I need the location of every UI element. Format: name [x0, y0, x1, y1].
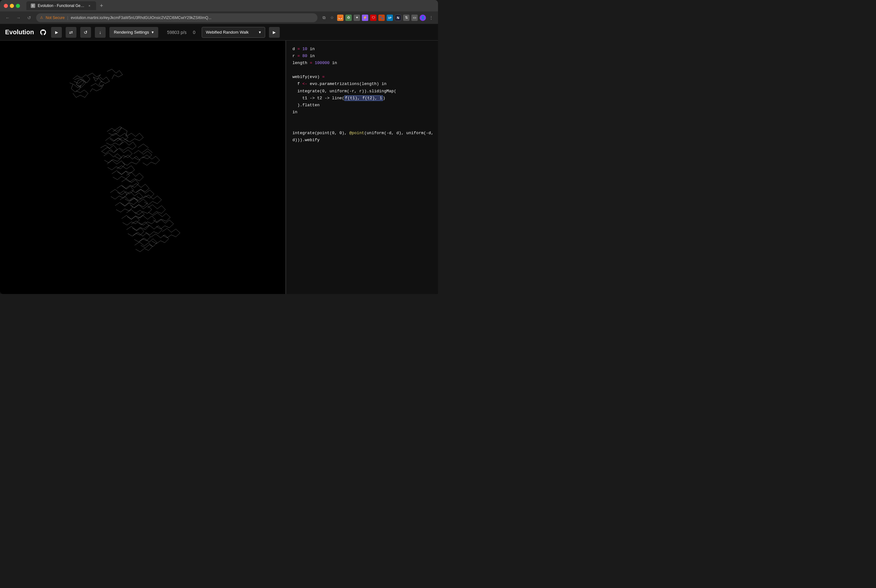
refresh-button[interactable]: ↺ [26, 14, 33, 22]
code-panel[interactable]: d = 10 in r = 80 in length = 100000 in w… [286, 40, 438, 294]
code-line-7: integrate(0, uniform(-r, r)).slidingMap( [292, 88, 432, 95]
code-line-4 [292, 67, 432, 74]
address-icons: ⧉ ☆ 🦊 ♻ ✦ ⚡ 🛡 🐾 1P N ⇅ ▭ 👤 ⋮ [321, 15, 434, 21]
sort-extension-icon[interactable]: ⇅ [403, 15, 410, 21]
bolt-extension-icon[interactable]: ⚡ [362, 15, 368, 21]
shield-extension-icon[interactable]: 🛡 [370, 15, 376, 21]
reading-list-icon[interactable]: ⧉ [321, 15, 327, 21]
star-extension-icon[interactable]: ✦ [354, 15, 360, 21]
user-avatar-icon[interactable]: 👤 [420, 15, 426, 21]
new-tab-button[interactable]: + [98, 2, 106, 10]
code-line-5: webify(evo) = [292, 74, 432, 81]
zero-counter: 0 [193, 30, 195, 35]
code-line-1: d = 10 in [292, 46, 432, 52]
play-button[interactable]: ▶ [51, 27, 62, 38]
traffic-lights [4, 4, 20, 8]
active-tab[interactable]: E Evolution - Functional Generativ... × [26, 1, 96, 10]
code-line-8: t1 -> t2 -> line(f(t1), f(t2), 1) [292, 95, 432, 102]
app-toolbar: Evolution ▶ ⇄ ↺ ↓ Rendering Settings ▾ [0, 24, 438, 40]
tab-title: Evolution - Functional Generativ... [38, 3, 85, 8]
random-icon: ⇄ [69, 30, 73, 35]
generative-art-canvas [0, 40, 285, 294]
fps-counter: 59803 p/s [167, 30, 187, 35]
code-line-6: f <- evo.parametrizations(length) in [292, 81, 432, 87]
forward-button[interactable]: → [15, 14, 22, 22]
main-split: d = 10 in r = 80 in length = 100000 in w… [0, 40, 438, 294]
code-line-10: in [292, 109, 432, 116]
svg-rect-0 [16, 40, 270, 294]
code-line-9: ).flatten [292, 102, 432, 109]
minimize-button[interactable] [10, 4, 14, 8]
code-line-14: d))).webify [292, 137, 432, 144]
app-content: Evolution ▶ ⇄ ↺ ↓ Rendering Settings ▾ [0, 24, 438, 294]
next-preset-button[interactable]: ▶ [269, 27, 280, 38]
tab-bar: E Evolution - Functional Generativ... × … [26, 1, 434, 10]
github-icon[interactable] [39, 28, 47, 36]
title-bar: E Evolution - Functional Generativ... × … [0, 0, 438, 11]
recycle-extension-icon[interactable]: ♻ [345, 15, 352, 21]
address-bar: ← → ↺ ⚠ Not Secure | evolution.martini.i… [0, 11, 438, 24]
app-title: Evolution [5, 28, 34, 36]
download-button[interactable]: ↓ [95, 27, 106, 38]
fox-extension-icon[interactable]: 🦊 [337, 15, 344, 21]
tab-favicon: E [31, 3, 35, 8]
warning-icon: ⚠ [40, 15, 43, 20]
refresh-icon: ↺ [84, 30, 87, 35]
bookmark-star-icon[interactable]: ☆ [329, 15, 335, 21]
not-secure-label: Not Secure [46, 15, 65, 20]
code-line-2: r = 80 in [292, 52, 432, 60]
close-button[interactable] [4, 4, 8, 8]
rendering-settings-button[interactable]: Rendering Settings ▾ [110, 27, 158, 38]
cast-extension-icon[interactable]: ▭ [411, 15, 418, 21]
onepassword-extension-icon[interactable]: 1P [387, 15, 393, 21]
menu-icon[interactable]: ⋮ [428, 15, 434, 21]
browser-window: E Evolution - Functional Generativ... × … [0, 0, 438, 294]
dropdown-chevron-icon: ▾ [152, 30, 154, 34]
tab-close-button[interactable]: × [87, 3, 92, 8]
code-line-13: integrate(point(0, 0), @point(uniform(-d… [292, 130, 432, 137]
code-line-12 [292, 123, 432, 130]
n-extension-icon[interactable]: N [395, 15, 401, 21]
download-icon: ↓ [99, 30, 102, 35]
refresh-code-button[interactable]: ↺ [80, 27, 91, 38]
maximize-button[interactable] [16, 4, 20, 8]
code-line-11 [292, 116, 432, 123]
back-button[interactable]: ← [4, 14, 11, 22]
address-field[interactable]: ⚠ Not Secure | evolution.martini.io/#eyJ… [36, 14, 318, 22]
canvas-area [0, 40, 285, 294]
code-block: d = 10 in r = 80 in length = 100000 in w… [292, 46, 432, 144]
code-line-3: length = 100000 in [292, 60, 432, 67]
paw-extension-icon[interactable]: 🐾 [378, 15, 385, 21]
preset-dropdown[interactable]: Webified Random Walk ▾ [202, 27, 265, 38]
url-text: evolution.martini.io/#eyJkcmF3aW5nU3RhdG… [71, 15, 314, 20]
preset-chevron-icon: ▾ [259, 30, 261, 34]
random-button[interactable]: ⇄ [66, 27, 76, 38]
separator: | [67, 15, 68, 20]
